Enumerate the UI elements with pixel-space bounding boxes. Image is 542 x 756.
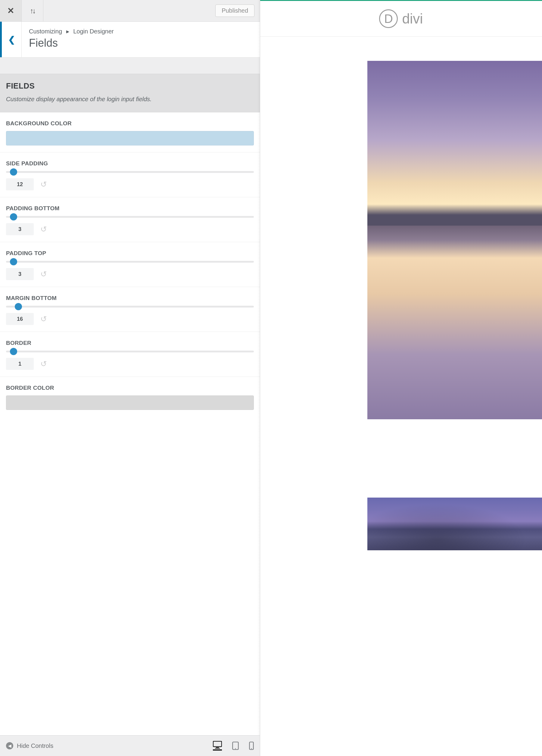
control-label: MARGIN BOTTOM	[6, 295, 254, 301]
control-label: BACKGROUND COLOR	[6, 120, 254, 127]
preview-header: D divi	[260, 1, 542, 37]
reorder-icon: ↑↓	[30, 7, 35, 15]
reset-icon[interactable]: ↺	[40, 225, 47, 234]
page-title: Fields	[29, 37, 114, 49]
color-swatch[interactable]	[6, 395, 254, 410]
svg-point-6	[251, 748, 252, 749]
tablet-icon	[232, 742, 239, 750]
slider-track[interactable]	[6, 216, 254, 218]
svg-rect-1	[216, 747, 219, 748]
breadcrumb-separator-icon: ▸	[66, 28, 69, 35]
preview-body	[260, 37, 542, 756]
preview-image-1	[367, 61, 542, 419]
slider-thumb[interactable]	[10, 258, 17, 265]
control-padding-top: PADDING TOP 3 ↺	[0, 242, 260, 287]
chevron-left-icon: ❮	[8, 35, 15, 45]
brand-logo: D divi	[379, 9, 423, 28]
close-button[interactable]: ✕	[0, 0, 22, 21]
reset-icon[interactable]: ↺	[40, 314, 47, 324]
slider-thumb[interactable]	[10, 348, 17, 355]
preview-image-2	[367, 498, 542, 551]
slider-track[interactable]	[6, 171, 254, 173]
device-mobile-button[interactable]	[249, 742, 254, 750]
reset-icon[interactable]: ↺	[40, 359, 47, 369]
control-margin-bottom: MARGIN BOTTOM 16 ↺	[0, 287, 260, 332]
slider-track[interactable]	[6, 306, 254, 308]
device-desktop-button[interactable]	[213, 741, 222, 751]
topbar-spacer: Published	[43, 0, 260, 21]
slider-track[interactable]	[6, 351, 254, 352]
value-input[interactable]: 3	[6, 223, 34, 235]
control-label: PADDING BOTTOM	[6, 205, 254, 212]
controls-list: BACKGROUND COLOR SIDE PADDING 12 ↺ PADDI…	[0, 112, 260, 735]
device-switcher	[213, 741, 254, 751]
sidebar-footer: ◀ Hide Controls	[0, 735, 260, 756]
device-tablet-button[interactable]	[232, 742, 239, 750]
desktop-icon	[213, 741, 222, 749]
breadcrumb: Customizing ▸ Login Designer	[29, 28, 114, 35]
control-background-color: BACKGROUND COLOR	[0, 112, 260, 152]
svg-rect-0	[213, 741, 222, 747]
svg-point-4	[235, 748, 236, 749]
description-text: Customize display appearance of the logi…	[6, 95, 254, 104]
reset-icon[interactable]: ↺	[40, 270, 47, 279]
control-side-padding: SIDE PADDING 12 ↺	[0, 152, 260, 197]
slider-track[interactable]	[6, 261, 254, 263]
control-label: PADDING TOP	[6, 250, 254, 257]
section-description: FIELDS Customize display appearance of t…	[0, 74, 260, 112]
header-text: Customizing ▸ Login Designer Fields	[22, 22, 121, 57]
value-input[interactable]: 3	[6, 268, 34, 280]
customizer-sidebar: ✕ ↑↓ Published ❮ Customizing ▸ Login Des…	[0, 0, 260, 756]
slider-thumb[interactable]	[10, 168, 17, 176]
control-border-color: BORDER COLOR	[0, 377, 260, 417]
section-header: ❮ Customizing ▸ Login Designer Fields	[0, 22, 260, 58]
slider-thumb[interactable]	[10, 213, 17, 220]
close-icon: ✕	[7, 6, 14, 16]
control-border: BORDER 1 ↺	[0, 332, 260, 377]
brand-mark-icon: D	[379, 9, 398, 28]
collapse-icon: ◀	[6, 742, 13, 749]
hide-controls-button[interactable]: ◀ Hide Controls	[6, 742, 53, 749]
breadcrumb-section: Login Designer	[73, 28, 114, 35]
control-label: BORDER COLOR	[6, 385, 254, 391]
publish-status-button[interactable]: Published	[215, 5, 254, 17]
mobile-icon	[249, 742, 254, 750]
hide-controls-label: Hide Controls	[17, 742, 53, 749]
breadcrumb-root: Customizing	[29, 28, 62, 35]
value-input[interactable]: 12	[6, 178, 34, 190]
svg-rect-2	[215, 748, 220, 749]
back-button[interactable]: ❮	[0, 22, 22, 57]
reorder-button[interactable]: ↑↓	[22, 0, 43, 21]
topbar: ✕ ↑↓ Published	[0, 0, 260, 22]
preview-pane: D divi	[260, 0, 542, 756]
brand-name: divi	[402, 11, 423, 27]
control-padding-bottom: PADDING BOTTOM 3 ↺	[0, 197, 260, 242]
control-label: SIDE PADDING	[6, 160, 254, 167]
value-input[interactable]: 1	[6, 358, 34, 370]
control-label: BORDER	[6, 340, 254, 346]
reset-icon[interactable]: ↺	[40, 180, 47, 189]
value-input[interactable]: 16	[6, 313, 34, 325]
slider-thumb[interactable]	[15, 303, 22, 310]
description-heading: FIELDS	[6, 81, 254, 91]
color-swatch[interactable]	[6, 131, 254, 145]
